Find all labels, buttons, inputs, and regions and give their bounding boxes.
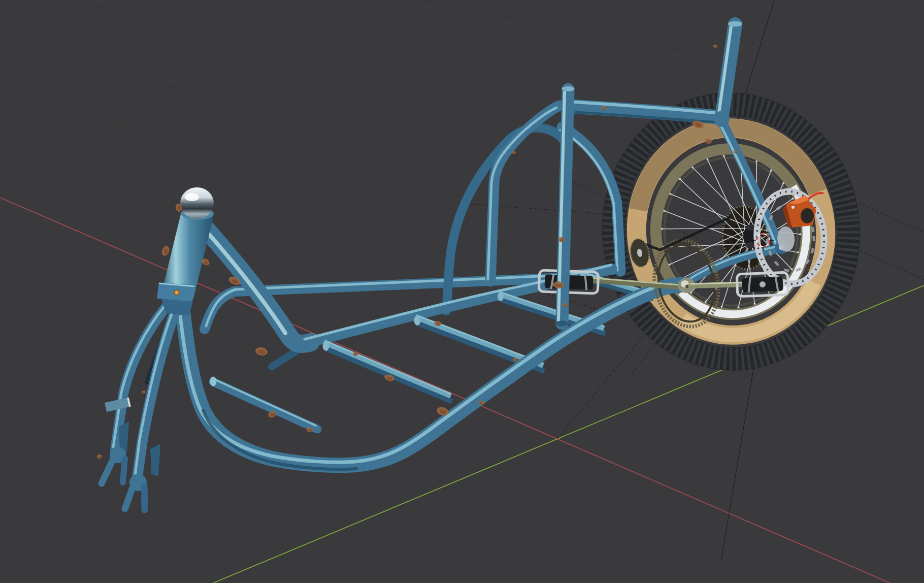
center-post-bottom-cap — [556, 321, 568, 327]
center-post-top-cap — [562, 86, 575, 91]
seat-tube-top-cap — [728, 21, 742, 27]
chrome-specular — [185, 193, 199, 201]
rear-junction — [714, 111, 730, 126]
3d-viewport[interactable] — [0, 0, 924, 583]
caliper-bolt — [791, 206, 795, 209]
object-origin-dot — [175, 290, 179, 295]
bed-lower-rail-cap — [210, 377, 217, 386]
head-tube-chrome-cap — [180, 187, 214, 219]
viewport-canvas[interactable] — [0, 0, 924, 583]
caliper-piston — [801, 208, 814, 223]
